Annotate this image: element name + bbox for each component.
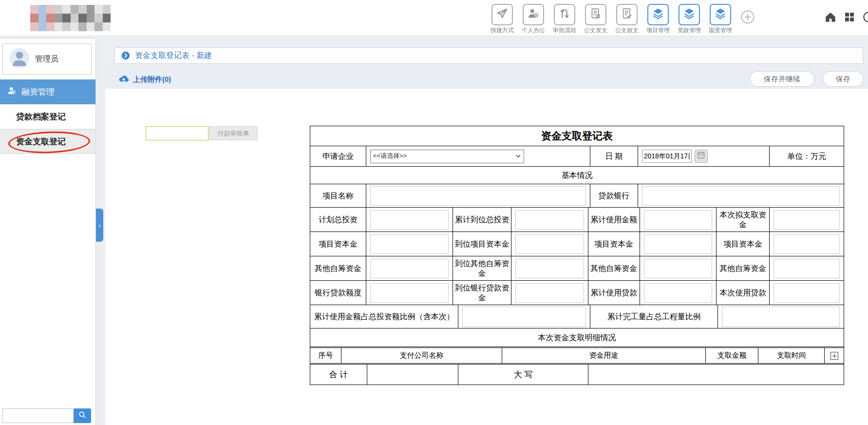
save-and-continue-button[interactable]: 保存并继续 — [750, 71, 814, 87]
cumulative-loan-used-input[interactable] — [644, 283, 713, 303]
other-self-funds-current-input[interactable] — [774, 259, 840, 278]
save-button[interactable]: 保存 — [823, 71, 864, 87]
apps-grid-button[interactable] — [844, 11, 855, 25]
bank-loan-quota-input[interactable] — [370, 283, 449, 303]
completion-ratio-label: 累计完工量占总工程量比例 — [590, 305, 718, 328]
nav-item-party-mgmt[interactable]: 党政管理 — [674, 4, 705, 35]
section-basic-info: 基本情况 — [310, 167, 844, 184]
applicant-label: 申请企业 — [310, 146, 366, 166]
nav-item-approval-flow[interactable]: 审批流转 — [549, 4, 580, 35]
apps-grid-icon — [844, 16, 855, 24]
nav-item-project-mgmt[interactable]: 项目管理 — [642, 4, 674, 35]
fund-withdrawal-form: 资金支取登记表 申请企业 <<请选择>> 日 期 — [310, 126, 844, 385]
cumulative-arrived-investment-input[interactable] — [515, 210, 584, 230]
top-bar: 快捷方式 个人办公 审批流转 公文发文 — [0, 0, 868, 36]
sidebar-item-fund-withdrawal[interactable]: 资金支取登记 — [0, 129, 95, 154]
project-capital-input[interactable] — [370, 234, 449, 254]
date-input[interactable] — [642, 150, 692, 163]
nav-item-state-assets-mgmt[interactable]: 国资管理 — [705, 4, 736, 35]
project-capital-current-input[interactable] — [774, 234, 840, 254]
arrived-bank-loan-input[interactable] — [515, 283, 584, 303]
nav-item-doc-receive[interactable]: 公文收文 — [611, 4, 642, 35]
home-button[interactable] — [824, 11, 837, 25]
upload-attachment-link[interactable]: 上传附件(0) — [118, 73, 171, 86]
sidebar: 管理员 融资管理 贷款档案登记 资金支取登记 — [0, 38, 96, 425]
unit-label: 单位：万元 — [769, 146, 844, 166]
partial-icon — [861, 17, 868, 25]
form-title: 资金支取登记表 — [310, 126, 844, 146]
cloud-upload-icon — [118, 73, 130, 86]
other-self-funds-input[interactable] — [370, 259, 449, 278]
current-withdrawal-input[interactable] — [774, 210, 840, 230]
other-self-funds-used-input[interactable] — [644, 259, 713, 278]
sidebar-item-label: 资金支取登记 — [16, 136, 66, 147]
upload-attachment-label: 上传附件(0) — [133, 75, 171, 84]
logo-pixelated — [30, 5, 111, 31]
add-row-button[interactable] — [830, 352, 838, 360]
detail-header-time: 支取时间 — [758, 348, 824, 363]
sidebar-item-financing-mgmt[interactable]: 融资管理 — [0, 79, 95, 104]
home-icon — [824, 17, 837, 25]
applicant-select[interactable]: <<请选择>> — [370, 150, 524, 163]
nav-item-label: 项目管理 — [646, 26, 670, 35]
nav-item-label: 党政管理 — [678, 26, 701, 35]
nav-item-personal-office[interactable]: 个人办公 — [518, 4, 549, 35]
completion-ratio-input[interactable] — [722, 307, 840, 327]
applicant-selected-value: <<请选择>> — [373, 152, 407, 160]
nav-item-label: 公文发文 — [584, 26, 607, 35]
add-module-button[interactable] — [740, 10, 755, 26]
field-label: 累计使用贷款 — [588, 281, 640, 305]
date-label: 日 期 — [590, 146, 638, 166]
layers-icon — [682, 7, 696, 22]
total-label: 合 计 — [310, 365, 367, 385]
payment-approval-button[interactable]: 付款审批单 — [209, 126, 258, 140]
detail-header-company: 支付公司名称 — [341, 348, 502, 363]
calendar-icon — [697, 151, 705, 162]
avatar — [9, 47, 30, 71]
field-label: 银行贷款额度 — [310, 281, 366, 305]
project-capital-used-input[interactable] — [644, 234, 713, 254]
person-icon — [7, 86, 17, 98]
nav-item-doc-send[interactable]: 公文发文 — [580, 4, 611, 35]
nav-item-label: 审批流转 — [553, 26, 576, 35]
page-title: 资金支取登记表 - 新建 — [135, 51, 212, 61]
arrived-project-capital-input[interactable] — [515, 234, 584, 254]
field-label: 到位项目资本金 — [453, 232, 511, 256]
layers-icon — [714, 7, 727, 22]
detail-header-purpose: 资金用途 — [502, 348, 705, 363]
field-label: 计划总投资 — [310, 208, 366, 232]
field-label: 累计到位总投资 — [453, 208, 511, 232]
field-label: 本次使用贷款 — [716, 281, 769, 305]
loan-bank-input[interactable] — [642, 186, 840, 206]
top-nav: 快捷方式 个人办公 审批流转 公文发文 — [487, 4, 736, 35]
date-field-group — [640, 150, 768, 163]
sidebar-item-label: 融资管理 — [21, 86, 55, 97]
sidebar-item-label: 贷款档案登记 — [16, 111, 66, 122]
search-button[interactable] — [74, 408, 91, 423]
payment-approval-input[interactable] — [146, 126, 208, 140]
field-label: 项目资本金 — [310, 232, 366, 256]
project-name-input[interactable] — [370, 186, 586, 206]
detail-header-seq: 序号 — [310, 348, 341, 363]
calendar-button[interactable] — [695, 150, 708, 163]
search-input[interactable] — [2, 408, 74, 423]
sidebar-item-loan-archive[interactable]: 贷款档案登记 — [0, 104, 95, 129]
loan-bank-label: 贷款银行 — [590, 184, 638, 207]
doc-minus-icon — [589, 7, 603, 22]
capital-label: 大 写 — [458, 365, 588, 385]
arrived-other-self-funds-input[interactable] — [515, 259, 584, 278]
chevron-down-icon — [515, 152, 521, 161]
field-label: 项目资本金 — [588, 232, 640, 256]
partial-clipped-button[interactable] — [861, 11, 868, 25]
sidebar-collapse-handle[interactable]: ‹ — [96, 209, 103, 242]
field-label: 其他自筹资金 — [716, 256, 769, 280]
breadcrumb: 资金支取登记表 - 新建 — [114, 47, 863, 64]
nav-item-label: 个人办公 — [522, 26, 545, 35]
field-label: 本次拟支取资金 — [716, 208, 769, 232]
current-loan-used-input[interactable] — [774, 283, 840, 303]
cumulative-used-amount-input[interactable] — [644, 210, 713, 230]
nav-item-shortcuts[interactable]: 快捷方式 — [487, 4, 518, 35]
planned-total-investment-input[interactable] — [370, 210, 449, 230]
field-label: 到位银行贷款资金 — [453, 281, 511, 305]
usage-ratio-input[interactable] — [462, 307, 586, 327]
